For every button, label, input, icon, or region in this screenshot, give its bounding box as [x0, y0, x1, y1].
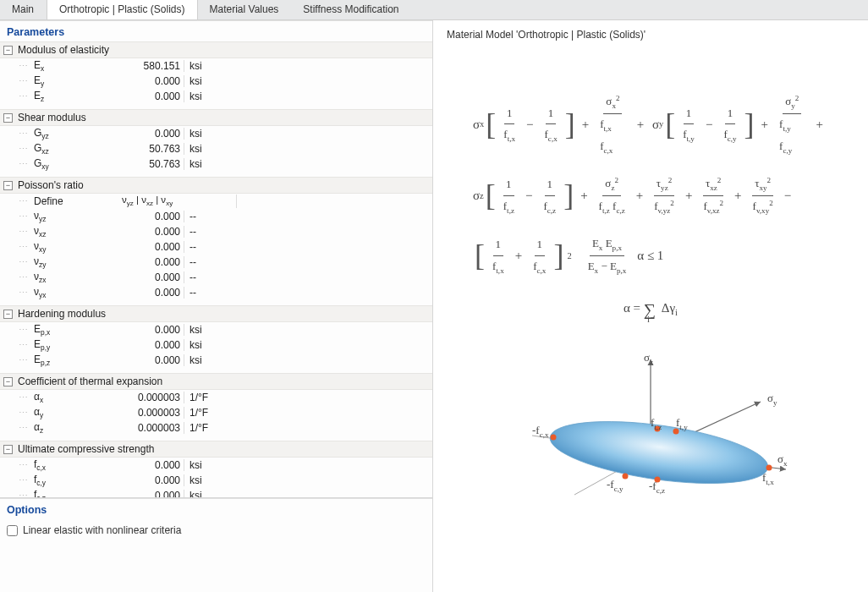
group-shear-modulus[interactable]: − Shear modulus — [0, 109, 432, 126]
diagram-label-fcx: -fc,x — [532, 424, 549, 439]
param-row[interactable]: ⋯αx0.0000031/°F — [0, 390, 432, 405]
group-poisson[interactable]: − Poisson's ratio — [0, 177, 432, 194]
param-row[interactable]: ⋯Ex580.151ksi — [0, 58, 432, 74]
checkbox-label: Linear elastic with nonlinear criteria — [23, 524, 181, 536]
param-row[interactable]: ⋯νzx0.000-- — [0, 270, 432, 285]
group-compressive-strength[interactable]: − Ultimate compressive strength — [0, 441, 432, 458]
yield-surface-diagram: σz σy σx ft,z ft,y ft,x -fc,x -fc,y -fc,… — [507, 351, 794, 520]
group-label: Poisson's ratio — [18, 179, 84, 191]
group-label: Modulus of elasticity — [18, 44, 109, 56]
svg-point-10 — [623, 474, 629, 480]
formula-line-3: [ 1ft,x + 1fc,x ]2 Ex Ep,xEx − Ep,x α ≤ … — [473, 233, 828, 278]
collapse-icon[interactable]: − — [3, 377, 13, 386]
checkbox-input[interactable] — [7, 525, 18, 536]
param-row[interactable]: ⋯Ep,x0.000ksi — [0, 322, 432, 337]
group-label: Hardening modulus — [18, 308, 106, 320]
tab-bar: Main Orthotropic | Plastic (Solids) Mate… — [0, 0, 868, 20]
param-row[interactable]: ⋯Ey0.000ksi — [0, 74, 432, 89]
diagram-label-fcz: -fc,z — [649, 480, 665, 495]
tab-main[interactable]: Main — [0, 0, 47, 19]
param-row[interactable]: ⋯νyz0.000-- — [0, 209, 432, 224]
tab-stiffness-modification[interactable]: Stiffness Modification — [291, 0, 411, 19]
diagram-label-sigmaz: σz — [644, 351, 653, 366]
group-thermal-expansion[interactable]: − Coefficient of thermal expansion — [0, 373, 432, 390]
collapse-icon[interactable]: − — [3, 181, 13, 190]
group-label: Ultimate compressive strength — [18, 443, 154, 455]
formula-block: σx [ 1ft,x − 1fc,x ] + σx2ft,x fc,x + σy… — [473, 91, 828, 326]
param-row[interactable]: ⋯νxz0.000-- — [0, 224, 432, 239]
param-row[interactable]: ⋯αz0.0000031/°F — [0, 420, 432, 436]
content-area: Parameters − Modulus of elasticity ⋯Ex58… — [0, 20, 868, 592]
group-modulus-elasticity[interactable]: − Modulus of elasticity — [0, 41, 432, 58]
checkbox-linear-elastic[interactable]: Linear elastic with nonlinear criteria — [0, 519, 432, 541]
param-row[interactable]: ⋯νzy0.000-- — [0, 255, 432, 270]
collapse-icon[interactable]: − — [3, 445, 13, 454]
diagram-label-fty: ft,y — [676, 416, 688, 431]
param-row[interactable]: ⋯fc,y0.000ksi — [0, 473, 432, 488]
collapse-icon[interactable]: − — [3, 46, 13, 55]
diagram-label-fcy: -fc,y — [607, 478, 624, 493]
collapse-icon[interactable]: − — [3, 113, 13, 123]
param-row-define[interactable]: ⋯Defineνyz | νxz | νxy — [0, 194, 432, 209]
param-row[interactable]: ⋯νxy0.000-- — [0, 239, 432, 255]
svg-point-7 — [766, 465, 772, 471]
group-hardening[interactable]: − Hardening modulus — [0, 305, 432, 322]
param-row[interactable]: ⋯Gxz50.763ksi — [0, 141, 432, 156]
param-row[interactable]: ⋯Gxy50.763ksi — [0, 156, 432, 172]
param-row[interactable]: ⋯Ep,z0.000ksi — [0, 353, 432, 368]
param-row[interactable]: ⋯fc,x0.000ksi — [0, 458, 432, 473]
formula-line-2: σz [ 1ft,z − 1fc,z ] + σz2ft,z fc,z + τy… — [473, 173, 828, 218]
param-row[interactable]: ⋯νyx0.000-- — [0, 285, 432, 300]
group-label: Coefficient of thermal expansion — [18, 375, 162, 387]
param-row[interactable]: ⋯fc,z0.000ksi — [0, 488, 432, 497]
options-title: Options — [0, 498, 432, 519]
tab-orthotropic[interactable]: Orthotropic | Plastic (Solids) — [47, 0, 198, 19]
diagram-label-ftx: ft,x — [762, 471, 774, 486]
parameters-tree[interactable]: − Modulus of elasticity ⋯Ex580.151ksi ⋯E… — [0, 41, 432, 497]
diagram-label-sigmay: σy — [767, 392, 777, 407]
formula-line-1: σx [ 1ft,x − 1fc,x ] + σx2ft,x fc,x + σy… — [473, 91, 828, 158]
param-row[interactable]: ⋯αy0.0000031/°F — [0, 405, 432, 420]
group-label: Shear modulus — [18, 112, 86, 123]
param-row[interactable]: ⋯Gyz0.000ksi — [0, 126, 432, 141]
svg-point-6 — [551, 435, 557, 441]
left-panel: Parameters − Modulus of elasticity ⋯Ex58… — [0, 20, 433, 592]
diagram-label-sigmax: σx — [777, 452, 788, 468]
param-row[interactable]: ⋯Ez0.000ksi — [0, 89, 432, 104]
param-row[interactable]: ⋯Ep,y0.000ksi — [0, 337, 432, 353]
diagram-label-ftz: ft,z — [651, 416, 662, 431]
right-panel: Material Model 'Orthotropic | Plastic (S… — [433, 20, 868, 592]
options-panel: Options Linear elastic with nonlinear cr… — [0, 497, 432, 592]
collapse-icon[interactable]: − — [3, 310, 13, 319]
tab-material-values[interactable]: Material Values — [198, 0, 292, 19]
material-model-title: Material Model 'Orthotropic | Plastic (S… — [447, 27, 854, 58]
parameters-title: Parameters — [0, 20, 432, 41]
formula-alpha: α = ∑i Δγi — [473, 293, 828, 326]
